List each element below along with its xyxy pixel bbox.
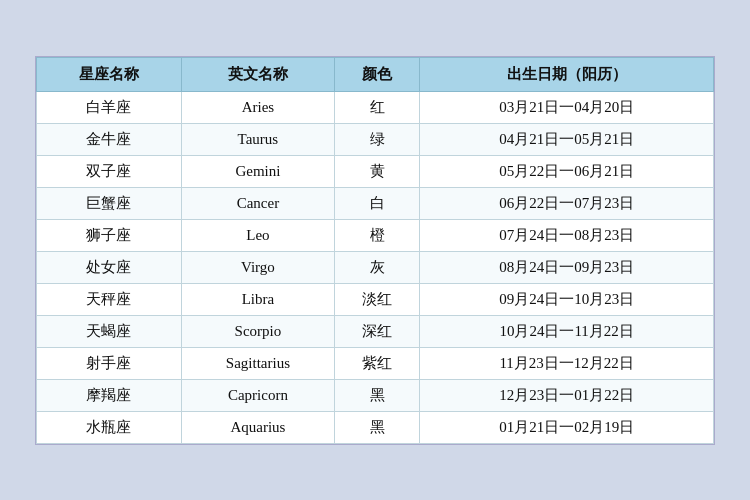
- table-row: 金牛座Taurus绿04月21日一05月21日: [37, 123, 714, 155]
- cell-r2-c1: Gemini: [181, 155, 334, 187]
- cell-r5-c1: Virgo: [181, 251, 334, 283]
- cell-r7-c3: 10月24日一11月22日: [420, 315, 714, 347]
- cell-r2-c2: 黄: [334, 155, 419, 187]
- cell-r8-c2: 紫红: [334, 347, 419, 379]
- cell-r0-c1: Aries: [181, 91, 334, 123]
- cell-r10-c2: 黑: [334, 411, 419, 443]
- table-row: 摩羯座Capricorn黑12月23日一01月22日: [37, 379, 714, 411]
- cell-r1-c0: 金牛座: [37, 123, 182, 155]
- cell-r6-c0: 天秤座: [37, 283, 182, 315]
- table-body: 白羊座Aries红03月21日一04月20日金牛座Taurus绿04月21日一0…: [37, 91, 714, 443]
- cell-r7-c2: 深红: [334, 315, 419, 347]
- cell-r10-c1: Aquarius: [181, 411, 334, 443]
- cell-r4-c0: 狮子座: [37, 219, 182, 251]
- cell-r3-c3: 06月22日一07月23日: [420, 187, 714, 219]
- cell-r6-c1: Libra: [181, 283, 334, 315]
- cell-r7-c1: Scorpio: [181, 315, 334, 347]
- cell-r8-c1: Sagittarius: [181, 347, 334, 379]
- cell-r10-c0: 水瓶座: [37, 411, 182, 443]
- table-row: 处女座Virgo灰08月24日一09月23日: [37, 251, 714, 283]
- table-row: 白羊座Aries红03月21日一04月20日: [37, 91, 714, 123]
- cell-r5-c0: 处女座: [37, 251, 182, 283]
- cell-r9-c2: 黑: [334, 379, 419, 411]
- cell-r6-c2: 淡红: [334, 283, 419, 315]
- table-header-row: 星座名称英文名称颜色出生日期（阳历）: [37, 57, 714, 91]
- cell-r3-c0: 巨蟹座: [37, 187, 182, 219]
- cell-r4-c2: 橙: [334, 219, 419, 251]
- cell-r4-c3: 07月24日一08月23日: [420, 219, 714, 251]
- col-header-2: 颜色: [334, 57, 419, 91]
- zodiac-table: 星座名称英文名称颜色出生日期（阳历） 白羊座Aries红03月21日一04月20…: [36, 57, 714, 444]
- cell-r3-c2: 白: [334, 187, 419, 219]
- table-row: 天蝎座Scorpio深红10月24日一11月22日: [37, 315, 714, 347]
- col-header-0: 星座名称: [37, 57, 182, 91]
- table-row: 天秤座Libra淡红09月24日一10月23日: [37, 283, 714, 315]
- cell-r0-c2: 红: [334, 91, 419, 123]
- cell-r4-c1: Leo: [181, 219, 334, 251]
- col-header-1: 英文名称: [181, 57, 334, 91]
- cell-r2-c0: 双子座: [37, 155, 182, 187]
- cell-r8-c3: 11月23日一12月22日: [420, 347, 714, 379]
- cell-r8-c0: 射手座: [37, 347, 182, 379]
- cell-r5-c2: 灰: [334, 251, 419, 283]
- zodiac-table-container: 星座名称英文名称颜色出生日期（阳历） 白羊座Aries红03月21日一04月20…: [35, 56, 715, 445]
- cell-r9-c3: 12月23日一01月22日: [420, 379, 714, 411]
- cell-r9-c0: 摩羯座: [37, 379, 182, 411]
- table-row: 水瓶座Aquarius黑01月21日一02月19日: [37, 411, 714, 443]
- cell-r9-c1: Capricorn: [181, 379, 334, 411]
- cell-r1-c1: Taurus: [181, 123, 334, 155]
- cell-r5-c3: 08月24日一09月23日: [420, 251, 714, 283]
- col-header-3: 出生日期（阳历）: [420, 57, 714, 91]
- cell-r1-c2: 绿: [334, 123, 419, 155]
- table-row: 狮子座Leo橙07月24日一08月23日: [37, 219, 714, 251]
- cell-r1-c3: 04月21日一05月21日: [420, 123, 714, 155]
- cell-r2-c3: 05月22日一06月21日: [420, 155, 714, 187]
- cell-r7-c0: 天蝎座: [37, 315, 182, 347]
- cell-r6-c3: 09月24日一10月23日: [420, 283, 714, 315]
- cell-r10-c3: 01月21日一02月19日: [420, 411, 714, 443]
- table-row: 巨蟹座Cancer白06月22日一07月23日: [37, 187, 714, 219]
- cell-r3-c1: Cancer: [181, 187, 334, 219]
- table-row: 射手座Sagittarius紫红11月23日一12月22日: [37, 347, 714, 379]
- cell-r0-c0: 白羊座: [37, 91, 182, 123]
- table-row: 双子座Gemini黄05月22日一06月21日: [37, 155, 714, 187]
- cell-r0-c3: 03月21日一04月20日: [420, 91, 714, 123]
